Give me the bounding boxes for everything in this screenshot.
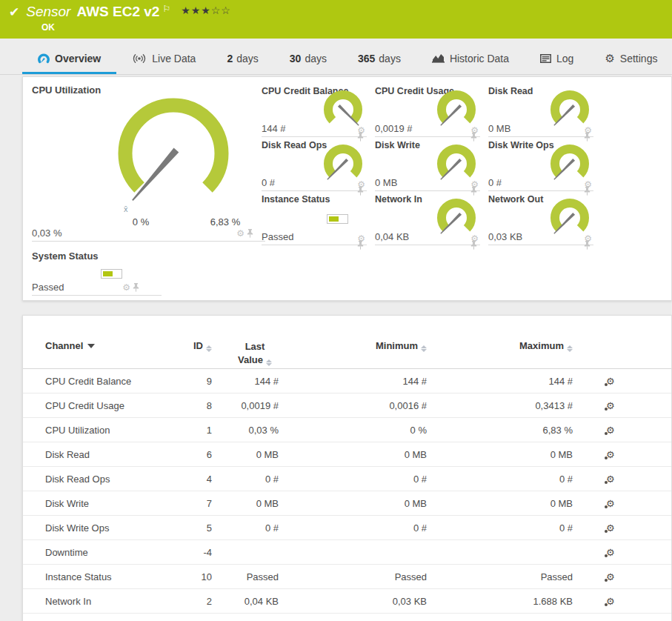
channel-settings-icon[interactable]: ⚙ xyxy=(606,450,615,459)
table-row: Network In20,04 KB0,03 KB1.688 KB⚙ xyxy=(23,589,671,614)
channel-panel-cpu-utilization[interactable]: CPU Utilization x̄ 0 % 6,83 % 0,03 % ⚙ xyxy=(32,83,265,242)
cell-channel[interactable]: CPU Credit Usage xyxy=(23,400,167,411)
cell-last-value: Passed xyxy=(212,571,279,582)
tab-30-days[interactable]: 30days xyxy=(274,44,342,74)
tab-label: days xyxy=(379,53,401,64)
tab-overview[interactable]: Overview xyxy=(22,44,116,74)
channel-panel-network-out[interactable]: Network Out0,03 KB⚙ xyxy=(488,191,593,245)
channel-value: Passed xyxy=(262,231,293,242)
channel-settings-icon[interactable]: ⚙ xyxy=(606,597,615,606)
cell-channel[interactable]: CPU Credit Balance xyxy=(23,376,167,387)
channel-panel-cpu-credit-balance[interactable]: CPU Credit Balance144 #⚙ xyxy=(262,83,367,137)
cell-channel[interactable]: Instance Status xyxy=(23,571,167,582)
cell-last-value: 0 # xyxy=(212,522,279,534)
tab-label: Settings xyxy=(620,53,658,64)
gauge-min-label: 0 % xyxy=(122,216,159,228)
cell-channel[interactable]: Disk Write xyxy=(23,498,167,509)
cell-maximum: 144 # xyxy=(427,376,573,387)
cell-minimum: 144 # xyxy=(279,376,427,387)
channel-settings-icon[interactable]: ⚙ xyxy=(606,401,615,411)
channel-value: 0,0019 # xyxy=(375,123,413,134)
channel-settings-icon[interactable]: ⚙ xyxy=(606,523,615,533)
pin-icon[interactable] xyxy=(584,241,591,250)
sort-arrows-icon xyxy=(567,345,573,352)
channel-settings-icon[interactable]: ⚙ xyxy=(606,572,615,582)
column-header-id[interactable]: ID xyxy=(167,340,212,352)
cell-channel[interactable]: Disk Read xyxy=(23,449,167,460)
channel-panel-system-status[interactable]: System Status Passed ⚙ xyxy=(32,249,162,296)
tab-live-data[interactable]: Live Data xyxy=(116,44,211,74)
table-row: CPU Utilization10,03 %0 %6,83 %⚙ xyxy=(23,418,671,442)
channel-panel-instance-status[interactable]: Instance StatusPassed⚙ xyxy=(262,191,367,245)
channel-value: 0 MB xyxy=(375,177,397,188)
pin-icon[interactable] xyxy=(133,283,139,292)
tab-2-days[interactable]: 2days xyxy=(211,44,273,74)
column-header-channel[interactable]: Channel xyxy=(23,340,167,351)
tab-settings[interactable]: ⚙Settings xyxy=(589,44,672,74)
tab-number: 365 xyxy=(358,53,375,64)
flag-icon[interactable]: ⚐ xyxy=(162,4,170,14)
sensor-status-text: OK xyxy=(41,22,672,33)
channel-settings-icon[interactable]: ⚙ xyxy=(606,425,615,435)
column-header-minimum[interactable]: Minimum xyxy=(279,340,427,352)
channel-value: 0 MB xyxy=(488,123,510,134)
channel-panel-disk-read-ops[interactable]: Disk Read Ops0 #⚙ xyxy=(262,137,367,191)
channel-settings-icon[interactable]: ⚙ xyxy=(606,499,615,508)
panel-settings-gear-icon[interactable]: ⚙ xyxy=(236,229,244,238)
table-row: Disk Read Ops40 #0 #0 #⚙ xyxy=(23,467,671,491)
column-header-maximum[interactable]: Maximum xyxy=(427,340,573,352)
cell-maximum: 0 MB xyxy=(427,449,573,460)
status-indicator xyxy=(101,269,122,279)
tab-label: days xyxy=(236,53,259,64)
cell-last-value: 144 # xyxy=(212,376,279,387)
tab-historic-data[interactable]: Historic Data xyxy=(416,44,525,74)
panel-title: CPU Utilization xyxy=(32,84,101,96)
cell-channel[interactable]: Network In xyxy=(23,596,167,607)
pin-icon[interactable] xyxy=(357,241,364,250)
channel-value: 0,03 % xyxy=(32,228,61,239)
sensor-title: AWS EC2 v2 xyxy=(76,4,159,20)
channel-panel-disk-write[interactable]: Disk Write0 MB⚙ xyxy=(375,137,480,191)
cell-id: 7 xyxy=(167,498,212,509)
cell-channel[interactable]: Downtime xyxy=(23,547,167,558)
channel-value: 0 # xyxy=(488,177,502,188)
priority-stars[interactable]: ★★★☆☆ xyxy=(181,4,231,16)
channel-panel-disk-read[interactable]: Disk Read0 MB⚙ xyxy=(488,83,593,137)
channel-table-card: Channel ID Last Value Minimum Maximum CP… xyxy=(22,315,672,621)
live-data-icon xyxy=(132,53,147,64)
channel-panel-cpu-credit-usage[interactable]: CPU Credit Usage0,0019 #⚙ xyxy=(375,83,480,137)
cell-channel[interactable]: Disk Read Ops xyxy=(23,474,167,485)
cell-minimum: Passed xyxy=(279,571,427,582)
log-icon xyxy=(540,54,551,63)
cell-minimum: 0 # xyxy=(279,522,427,534)
table-row: Downtime-4⚙ xyxy=(23,540,671,565)
cell-maximum: 0 # xyxy=(427,522,573,534)
cell-id: -4 xyxy=(167,547,212,558)
cell-channel[interactable]: Disk Write Ops xyxy=(23,522,167,534)
sensor-header-bar: ✔ Sensor AWS EC2 v2 ⚐ ★★★☆☆ OK xyxy=(0,0,672,39)
tab-log[interactable]: Log xyxy=(525,44,589,74)
table-row: Disk Read60 MB0 MB0 MB⚙ xyxy=(23,442,671,467)
pin-icon[interactable] xyxy=(470,241,477,250)
cell-id: 9 xyxy=(167,376,212,387)
channel-settings-icon[interactable]: ⚙ xyxy=(606,376,615,386)
channel-value: Passed xyxy=(32,282,64,293)
object-kind-label: Sensor xyxy=(26,4,70,20)
panel-title: Instance Status xyxy=(262,191,367,205)
status-indicator xyxy=(327,214,348,224)
cell-channel[interactable]: CPU Utilization xyxy=(23,425,167,436)
pin-icon[interactable] xyxy=(247,229,253,238)
channel-panel-disk-write-ops[interactable]: Disk Write Ops0 #⚙ xyxy=(488,137,593,191)
channel-value: 0,04 KB xyxy=(375,231,409,242)
gauge-max-label: 6,83 % xyxy=(199,216,251,228)
cell-maximum: Passed xyxy=(427,571,573,582)
cell-id: 5 xyxy=(167,522,212,534)
panel-settings-gear-icon[interactable]: ⚙ xyxy=(122,283,130,292)
channel-panel-network-in[interactable]: Network In0,04 KB⚙ xyxy=(375,191,480,245)
column-header-last-value[interactable]: Last Value xyxy=(212,340,279,366)
channel-settings-icon[interactable]: ⚙ xyxy=(606,548,615,557)
channel-settings-icon[interactable]: ⚙ xyxy=(606,474,615,484)
tab-365-days[interactable]: 365days xyxy=(342,44,416,74)
cell-last-value: 0,03 % xyxy=(212,425,279,436)
cell-maximum: 0 # xyxy=(427,474,573,485)
